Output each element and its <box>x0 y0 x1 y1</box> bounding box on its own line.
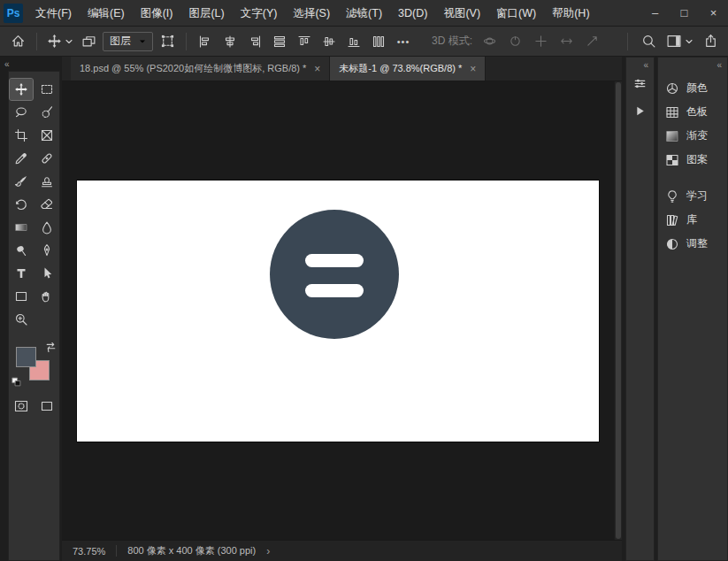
document-canvas[interactable] <box>77 181 599 442</box>
menu-filter[interactable]: 滤镜(T) <box>338 0 390 27</box>
distribute-vertical-icon[interactable] <box>368 30 389 53</box>
canvas-viewport <box>62 81 622 540</box>
more-options-icon[interactable]: ••• <box>393 30 414 53</box>
foreground-color-swatch[interactable] <box>16 347 36 367</box>
close-icon[interactable]: × <box>314 63 320 75</box>
swatches-panel-icon <box>665 105 679 119</box>
document-size-info: 800 像素 x 400 像素 (300 ppi) <box>127 544 256 557</box>
screen-mode-icon[interactable] <box>35 396 58 417</box>
scrollbar-thumb[interactable] <box>616 82 621 539</box>
status-options-chevron[interactable]: › <box>266 545 270 557</box>
eraser-tool[interactable] <box>35 194 58 215</box>
home-icon[interactable] <box>7 30 28 53</box>
lasso-tool[interactable] <box>10 102 33 123</box>
blur-tool[interactable] <box>35 217 58 238</box>
history-brush-tool[interactable] <box>10 194 33 215</box>
quick-selection-tool[interactable] <box>35 102 58 123</box>
pasteboard[interactable] <box>62 81 614 540</box>
workspace-switcher-icon[interactable] <box>664 30 694 53</box>
eyedropper-tool[interactable] <box>10 148 33 169</box>
panel-patterns[interactable]: 图案 <box>658 148 727 172</box>
menu-view[interactable]: 视图(V) <box>435 0 488 27</box>
panel-label: 渐变 <box>686 128 708 143</box>
clone-stamp-tool[interactable] <box>35 171 58 192</box>
dock-collapse-chevron[interactable]: « <box>658 58 727 72</box>
menu-file[interactable]: 文件(F) <box>27 0 80 27</box>
swap-colors-icon[interactable] <box>45 341 57 352</box>
menu-type[interactable]: 文字(Y) <box>233 0 286 27</box>
quick-mask-icon[interactable] <box>10 396 33 417</box>
path-selection-tool[interactable] <box>35 263 58 284</box>
menu-help[interactable]: 帮助(H) <box>544 0 597 27</box>
spot-healing-brush-tool[interactable] <box>35 148 58 169</box>
move-tool-preset-icon[interactable] <box>45 30 74 53</box>
align-bottom-icon[interactable] <box>343 30 364 53</box>
align-top-icon[interactable] <box>294 30 315 53</box>
move-tool[interactable] <box>10 79 33 100</box>
divider <box>116 545 117 557</box>
panel-color[interactable]: 颜色 <box>658 76 727 100</box>
maximize-button[interactable]: □ <box>670 0 699 27</box>
toolbar-bottom-icons <box>10 396 58 417</box>
panel-libraries[interactable]: 库 <box>658 208 727 232</box>
status-bar: 73.75% 800 像素 x 400 像素 (300 ppi) › <box>62 540 622 561</box>
panel-gradients[interactable]: 渐变 <box>658 124 727 148</box>
panel-swatches[interactable]: 色板 <box>658 100 727 124</box>
auto-select-target-dropdown[interactable]: 图层 <box>103 32 153 51</box>
search-icon[interactable] <box>638 30 659 53</box>
distribute-horizontal-icon[interactable] <box>269 30 290 53</box>
minimize-button[interactable]: – <box>640 0 670 27</box>
vertical-scrollbar[interactable] <box>614 81 622 540</box>
panel-dock: « 颜色 色板 渐变 图案 <box>657 57 728 561</box>
dodge-tool[interactable] <box>10 240 33 261</box>
dock-items: 颜色 色板 渐变 图案 学习 <box>658 72 727 256</box>
align-middle-icon[interactable] <box>318 30 340 53</box>
hand-tool[interactable] <box>35 286 58 307</box>
3d-mode-group: 3D 模式: <box>432 30 602 53</box>
panel-learn[interactable]: 学习 <box>658 184 727 208</box>
menu-3d[interactable]: 3D(D) <box>390 0 435 27</box>
share-icon[interactable] <box>700 30 721 53</box>
rail-collapse-chevron[interactable]: « <box>626 58 654 72</box>
actions-panel-icon[interactable] <box>629 99 652 122</box>
transform-controls-icon[interactable] <box>157 30 178 53</box>
pen-tool[interactable] <box>35 240 58 261</box>
menu-select[interactable]: 选择(S) <box>285 0 338 27</box>
auto-select-icon[interactable] <box>78 30 99 53</box>
menu-image[interactable]: 图像(I) <box>133 0 181 27</box>
3d-pan-icon <box>530 30 551 53</box>
artwork-bar-top <box>305 254 364 267</box>
panel-adjustments[interactable]: 调整 <box>658 232 727 256</box>
menu-window[interactable]: 窗口(W) <box>488 0 544 27</box>
divider <box>186 33 187 50</box>
align-left-icon[interactable] <box>195 30 216 53</box>
horizontal-type-tool[interactable] <box>10 263 33 284</box>
3d-scale-icon <box>581 30 602 53</box>
panel-label: 色板 <box>686 104 708 119</box>
gradients-panel-icon <box>665 129 679 143</box>
tools-column: « <box>0 57 62 561</box>
close-icon[interactable]: × <box>470 63 476 75</box>
align-center-horizontal-icon[interactable] <box>219 30 241 53</box>
toolbar-collapse-chevron[interactable]: « <box>0 57 62 71</box>
align-right-icon[interactable] <box>244 30 265 53</box>
document-tab-untitled-1[interactable]: 未标题-1 @ 73.8%(RGB/8) * × <box>330 57 486 81</box>
menu-edit[interactable]: 编辑(E) <box>80 0 133 27</box>
zoom-tool[interactable] <box>10 309 33 330</box>
rectangle-tool[interactable] <box>10 286 33 307</box>
brush-tool[interactable] <box>10 171 33 192</box>
chevron-down-icon <box>139 39 146 44</box>
empty-slot <box>35 309 58 330</box>
close-button[interactable]: × <box>699 0 728 27</box>
3d-orbit-icon <box>479 30 500 53</box>
properties-panel-icon[interactable] <box>629 72 652 95</box>
gradient-tool[interactable] <box>10 217 33 238</box>
zoom-level-field[interactable]: 73.75% <box>73 546 105 557</box>
crop-tool[interactable] <box>10 125 33 146</box>
rectangular-marquee-tool[interactable] <box>35 79 58 100</box>
frame-tool[interactable] <box>35 125 58 146</box>
document-tab-18psd[interactable]: 18.psd @ 55% (PS2020如何绘制微博图标, RGB/8) * × <box>71 57 330 81</box>
menu-layer[interactable]: 图层(L) <box>180 0 232 27</box>
chevron-down-icon <box>65 39 73 44</box>
default-colors-icon[interactable] <box>11 377 21 387</box>
